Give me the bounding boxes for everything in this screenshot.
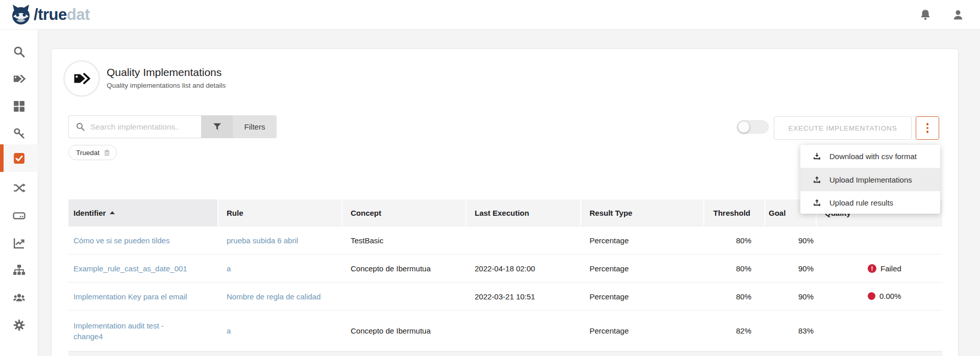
table-row[interactable]: Implementation Key para el email Nombre … <box>68 282 942 310</box>
sidebar-item-grid[interactable] <box>0 92 38 120</box>
check-square-icon <box>13 152 26 165</box>
column-header-threshold[interactable]: Threshold <box>704 199 766 226</box>
quality-cell: !Failed <box>817 264 942 273</box>
sitemap-icon <box>13 264 26 276</box>
goal-cell: 83% <box>766 326 817 335</box>
tags-icon <box>13 72 26 85</box>
column-header-identifier[interactable]: Identifier <box>68 199 218 226</box>
search-box <box>68 115 201 138</box>
sidebar-item-settings[interactable] <box>0 311 38 339</box>
concept-cell: Concepto de Ibermutua <box>342 326 467 335</box>
chart-line-icon <box>13 237 26 249</box>
shuffle-icon <box>13 182 26 194</box>
page-title: Quality Implementations <box>107 66 222 79</box>
menu-item-label: Upload rule results <box>829 198 893 207</box>
goal-cell: 90% <box>766 236 817 245</box>
search-input[interactable] <box>90 122 192 132</box>
sidebar-item-quality[interactable] <box>0 144 38 172</box>
rule-link[interactable]: prueba subida 6 abril <box>227 236 298 245</box>
implementation-link[interactable]: Implementation Key para el email <box>74 292 187 301</box>
sidebar-item-sitemap[interactable] <box>0 256 38 284</box>
key-icon <box>13 127 26 140</box>
search-icon <box>13 45 26 58</box>
page-badge <box>63 60 100 97</box>
funnel-icon <box>212 122 222 132</box>
concept-cell: Concepto de Ibermutua <box>342 264 467 273</box>
result-type-cell: Percentage <box>581 264 704 273</box>
threshold-cell: 80% <box>704 236 766 245</box>
goal-cell: 90% <box>766 264 817 273</box>
menu-item-label: Upload Implementations <box>829 175 912 184</box>
menu-item-label: Download with csv format <box>829 152 917 161</box>
page-subtitle: Quality implementations list and details <box>107 82 226 89</box>
result-type-cell: Percentage <box>581 292 704 301</box>
error-dot-icon <box>868 292 875 300</box>
filters-button[interactable]: Filters <box>233 115 277 138</box>
upload-icon <box>813 198 821 207</box>
trash-icon[interactable] <box>104 149 110 156</box>
logo-wordmark: /truedat <box>34 4 90 26</box>
sidebar-item-shuffle[interactable] <box>0 174 38 201</box>
rule-link[interactable]: a <box>227 326 231 335</box>
notifications-bell-icon[interactable] <box>919 8 932 21</box>
user-avatar-icon[interactable] <box>951 8 965 21</box>
threshold-cell: 80% <box>704 264 766 273</box>
result-type-cell: Percentage <box>581 326 704 335</box>
sidebar-item-storage[interactable] <box>0 201 38 229</box>
filters-funnel-button[interactable] <box>201 115 233 138</box>
menu-item-upload-implementations[interactable]: Upload Implementations <box>800 168 940 191</box>
sidebar-item-search[interactable] <box>0 38 38 65</box>
toggle-knob <box>738 121 749 133</box>
quality-value-label: 0.00% <box>879 292 901 300</box>
concept-cell: TestBasic <box>342 236 467 245</box>
more-actions-button[interactable] <box>916 116 939 140</box>
result-type-cell: Percentage <box>581 236 704 245</box>
quality-status-label: Failed <box>880 264 901 273</box>
app-root: /truedat <box>0 0 980 356</box>
sort-asc-icon <box>110 211 115 214</box>
actions-dropdown-menu: Download with csv format Upload Implemen… <box>800 145 940 214</box>
implementation-link[interactable]: Cómo ve si se pueden tildes <box>74 236 169 245</box>
sidebar-item-tags[interactable] <box>0 65 38 92</box>
table-row[interactable]: Example_rule_cast_as_date_001 a Concepto… <box>68 254 942 282</box>
filter-chip-label: Truedat <box>76 149 100 157</box>
upload-icon <box>813 175 821 184</box>
tags-icon <box>73 71 90 86</box>
truedat-logo[interactable]: /truedat <box>9 4 90 26</box>
filter-chip-truedat[interactable]: Truedat <box>68 145 117 160</box>
execute-toggle[interactable] <box>737 120 769 134</box>
threshold-cell: 80% <box>704 292 766 301</box>
search-icon <box>76 122 85 132</box>
last-execution-cell: 2022-03-21 10:51 <box>467 292 581 301</box>
rule-link[interactable]: Nombre de regla de calidad <box>227 292 321 301</box>
menu-item-upload-rule-results[interactable]: Upload rule results <box>800 191 940 214</box>
sidebar-item-key[interactable] <box>0 119 38 147</box>
table-row[interactable]: Cómo ve si se pueden tildes prueba subid… <box>68 226 942 254</box>
goal-cell: 90% <box>766 292 817 301</box>
implementation-link[interactable]: Implementation audit test - change4 <box>74 320 176 342</box>
topbar: /truedat <box>0 0 980 30</box>
quality-cell: 0.00% <box>817 292 942 301</box>
last-execution-cell: 2022-04-18 02:00 <box>467 264 581 273</box>
sidebar-nav <box>0 30 38 356</box>
column-header-rule[interactable]: Rule <box>218 199 342 226</box>
sidebar-item-chart[interactable] <box>0 229 38 257</box>
table-row[interactable]: Implementation audit test - change4 a Co… <box>68 310 942 351</box>
hard-drive-icon <box>13 209 26 222</box>
threshold-cell: 82% <box>704 326 766 335</box>
implementation-link[interactable]: Example_rule_cast_as_date_001 <box>74 264 187 273</box>
owl-logo-icon <box>9 4 33 26</box>
column-header-last-execution[interactable]: Last Execution <box>467 199 581 226</box>
execute-implementations-button[interactable]: EXECUTE IMPLEMENTATIONS <box>774 116 912 140</box>
column-header-result-type[interactable]: Result Type <box>581 199 704 226</box>
grid-icon <box>13 100 26 113</box>
gear-icon <box>13 319 26 332</box>
download-icon <box>813 152 821 161</box>
rule-link[interactable]: a <box>227 264 231 273</box>
sidebar-item-users[interactable] <box>0 284 38 311</box>
next-row-partial <box>68 351 942 356</box>
menu-item-download-csv[interactable]: Download with csv format <box>800 145 940 168</box>
implementations-table: Identifier Rule Concept Last Execution R… <box>68 199 942 356</box>
column-header-concept[interactable]: Concept <box>342 199 467 226</box>
users-icon <box>13 291 26 304</box>
